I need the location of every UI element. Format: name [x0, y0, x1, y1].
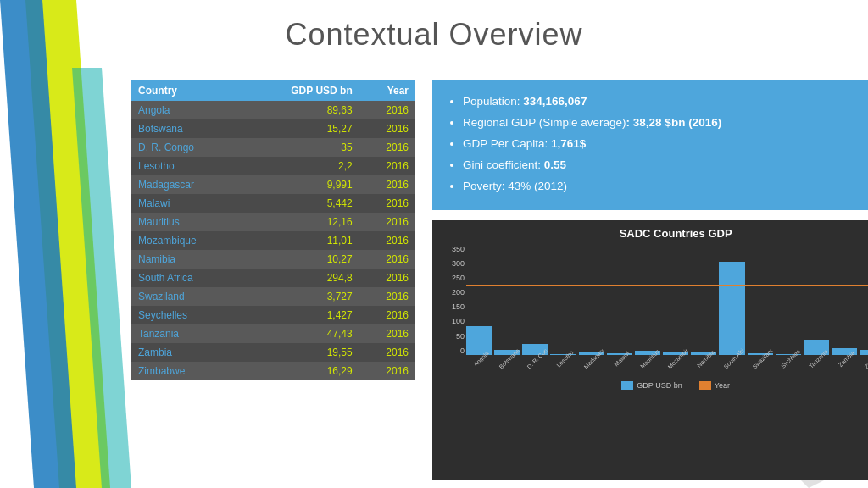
table-row: Mauritius12,162016 [131, 213, 415, 231]
y-left-label: 100 [441, 317, 465, 325]
col-gdp: GDP USD bn [242, 80, 359, 101]
gdp-cell: 10,27 [242, 250, 359, 269]
y-left-label: 300 [441, 259, 465, 268]
country-cell: Zimbabwe [131, 362, 242, 380]
bar-group [494, 245, 520, 355]
legend-gdp: GDP USD bn [621, 381, 682, 390]
data-table: Country GDP USD bn Year Angola89,632016B… [131, 80, 415, 380]
country-cell: Angola [131, 101, 242, 119]
year-cell: 2016 [359, 138, 415, 157]
info-box: Population: 334,166,067 Regional GDP (Si… [432, 80, 868, 210]
table-row: Seychelles1,4272016 [131, 306, 415, 324]
svg-marker-2 [72, 68, 131, 488]
year-cell: 2016 [359, 343, 415, 362]
legend-gdp-label: GDP USD bn [637, 381, 682, 390]
svg-marker-1 [0, 0, 76, 488]
gdp-cell: 11,01 [242, 231, 359, 250]
bar-group [804, 245, 829, 355]
y-left-label: 0 [441, 347, 465, 355]
chart-title: SADC Countries GDP [441, 227, 868, 240]
y-left-label: 250 [441, 274, 465, 282]
gdp-cell: 89,63 [242, 101, 359, 119]
year-cell: 2016 [359, 175, 415, 194]
country-cell: Mozambique [131, 231, 242, 250]
table-row: Malawi5,4422016 [131, 194, 415, 213]
info-population: Population: 334,166,067 [463, 92, 868, 112]
table-row: Namibia10,272016 [131, 250, 415, 269]
country-cell: Swaziland [131, 287, 242, 306]
year-cell: 2016 [359, 194, 415, 213]
table-row: Botswana15,272016 [131, 119, 415, 138]
table-row: Lesotho2,22016 [131, 157, 415, 175]
info-gini: Gini coefficient: 0.55 [463, 156, 868, 175]
legend-gdp-color [621, 381, 633, 390]
year-cell: 2016 [359, 101, 415, 119]
country-cell: Madagascar [131, 175, 242, 194]
gdp-cell: 15,27 [242, 119, 359, 138]
year-cell: 2016 [359, 157, 415, 175]
bar-group [719, 245, 744, 355]
year-cell: 2016 [359, 287, 415, 306]
y-left-label: 350 [441, 245, 465, 253]
table-row: Zimbabwe16,292016 [131, 362, 415, 380]
gdp-cell: 9,991 [242, 175, 359, 194]
gdp-cell: 12,16 [242, 213, 359, 231]
bar-gdp [719, 262, 744, 354]
country-cell: Botswana [131, 119, 242, 138]
bar-group [663, 245, 688, 355]
country-cell: Malawi [131, 194, 242, 213]
bar-group [776, 245, 801, 355]
table-row: Angola89,632016 [131, 101, 415, 119]
x-labels: AngolaBotswanaD. R. CongoLesothoMadagasc… [441, 357, 868, 363]
y-left-label: 50 [441, 332, 465, 341]
table-row: Swaziland3,7272016 [131, 287, 415, 306]
year-cell: 2016 [359, 269, 415, 287]
country-cell: Lesotho [131, 157, 242, 175]
right-panel: Population: 334,166,067 Regional GDP (Si… [432, 80, 868, 480]
bar-group [635, 245, 660, 355]
bar-group [579, 245, 604, 355]
legend-year: Year [699, 381, 730, 390]
bar-group [748, 245, 773, 355]
gdp-cell: 19,55 [242, 343, 359, 362]
bar-gdp [860, 350, 868, 355]
bar-group [607, 245, 632, 355]
country-cell: Tanzania [131, 324, 242, 343]
gdp-cell: 16,29 [242, 362, 359, 380]
year-cell: 2016 [359, 362, 415, 380]
table-row: Mozambique11,012016 [131, 231, 415, 250]
page-title: Contextual Overview [0, 0, 868, 53]
table-row: D. R. Congo352016 [131, 138, 415, 157]
info-gdp: Regional GDP (Simple average): 38,28 $bn… [463, 114, 868, 133]
info-gdp-capita: GDP Per Capita: 1,761$ [463, 135, 868, 154]
bar-group [522, 245, 548, 355]
bar-group [691, 245, 716, 355]
info-list: Population: 334,166,067 Regional GDP (Si… [448, 92, 868, 197]
bars-wrapper [466, 245, 868, 355]
year-cell: 2016 [359, 119, 415, 138]
gdp-cell: 294,8 [242, 269, 359, 287]
y-left-label: 200 [441, 288, 465, 297]
table-row: South Africa294,82016 [131, 269, 415, 287]
country-cell: South Africa [131, 269, 242, 287]
gdp-cell: 2,2 [242, 157, 359, 175]
main-content: Country GDP USD bn Year Angola89,632016B… [131, 80, 855, 480]
year-cell: 2016 [359, 324, 415, 343]
gdp-cell: 3,727 [242, 287, 359, 306]
table-row: Zambia19,552016 [131, 343, 415, 362]
table-container: Country GDP USD bn Year Angola89,632016B… [131, 80, 415, 480]
legend-year-color [699, 381, 711, 390]
chart-area: 050100150200250300350 050010001500200025… [441, 245, 868, 355]
gdp-cell: 35 [242, 138, 359, 157]
table-row: Tanzania47,432016 [131, 324, 415, 343]
country-cell: Mauritius [131, 213, 242, 231]
country-cell: Namibia [131, 250, 242, 269]
bar-group [466, 245, 492, 355]
col-country: Country [131, 80, 242, 101]
chart-legend: GDP USD bn Year [441, 381, 868, 390]
gdp-cell: 1,427 [242, 306, 359, 324]
y-axis-left: 050100150200250300350 [441, 245, 465, 355]
table-header-row: Country GDP USD bn Year [131, 80, 415, 101]
gdp-cell: 5,442 [242, 194, 359, 213]
col-year: Year [359, 80, 415, 101]
